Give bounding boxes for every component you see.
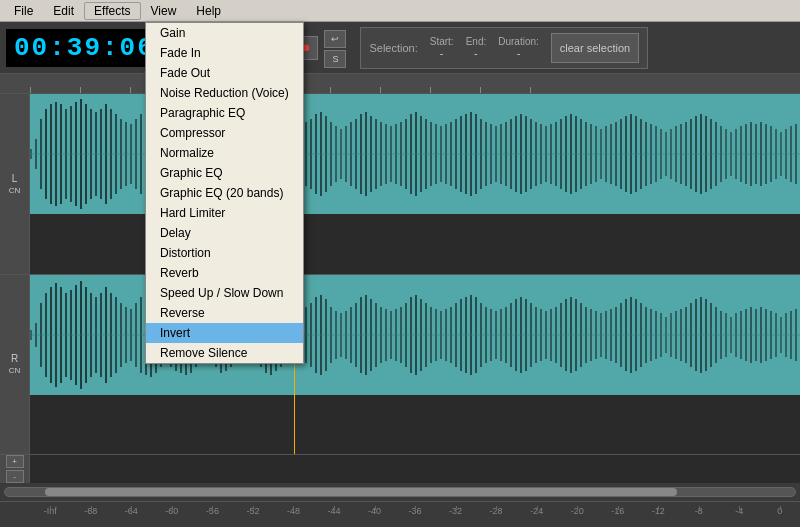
db-ruler: -Inf-68-64-60-56-52-48-44-40-36-32-28-24… (0, 501, 800, 519)
menu-edit[interactable]: Edit (43, 2, 84, 20)
db-tick: -32 (435, 506, 476, 516)
effects-menu-item-reverb[interactable]: Reverb (146, 263, 303, 283)
horizontal-scrollbar[interactable] (0, 483, 800, 501)
effects-menu-item-delay[interactable]: Delay (146, 223, 303, 243)
start-label: Start: (430, 36, 454, 47)
effects-menu-item-gain[interactable]: Gain (146, 23, 303, 43)
effects-menu-item-remove-silence[interactable]: Remove Silence (146, 343, 303, 363)
loop-button[interactable]: ↩ (324, 30, 346, 48)
timeline-ruler: 00:4000:4700:5401:0101:0801:1401:2101:28… (0, 74, 800, 94)
end-label: End: (466, 36, 487, 47)
track-left: L CN (0, 94, 800, 275)
effects-menu-item-fade-in[interactable]: Fade In (146, 43, 303, 63)
toolbar: 00:39:069 ⏮ ⏪ ⏹ ▶ ⏺ ↩ S Selection: Start… (0, 22, 800, 74)
scroll-thumb[interactable] (45, 488, 677, 496)
menu-file[interactable]: File (4, 2, 43, 20)
start-group: Start: - (430, 36, 454, 59)
db-tick: -12 (638, 506, 679, 516)
end-value: - (474, 47, 478, 59)
db-tick: -40 (354, 506, 395, 516)
clear-selection-button[interactable]: clear selection (551, 33, 639, 63)
effects-dropdown: GainFade InFade OutNoise Reduction (Voic… (145, 22, 304, 364)
db-tick: -68 (71, 506, 112, 516)
db-tick: -20 (557, 506, 598, 516)
zoom-in-track-button[interactable]: + (6, 455, 24, 468)
db-tick: -48 (273, 506, 314, 516)
bottom-controls-strip: + - (0, 455, 800, 483)
db-tick: -24 (516, 506, 557, 516)
effects-menu-item-normalize[interactable]: Normalize (146, 143, 303, 163)
db-tick: -8 (679, 506, 720, 516)
db-tick: -Inf (30, 506, 71, 516)
effects-menu-item-hard-limiter[interactable]: Hard Limiter (146, 203, 303, 223)
db-tick: -52 (233, 506, 274, 516)
scroll-track[interactable] (4, 487, 796, 497)
duration-value: - (517, 47, 521, 59)
track-label-right: R CN (0, 275, 30, 455)
scrub-button[interactable]: S (324, 50, 346, 68)
effects-menu-item-distortion[interactable]: Distortion (146, 243, 303, 263)
db-tick: -56 (192, 506, 233, 516)
db-tick: -4 (719, 506, 760, 516)
end-group: End: - (466, 36, 487, 59)
db-tick: 0 (760, 506, 800, 516)
effects-menu-item-graphic-eq[interactable]: Graphic EQ (146, 163, 303, 183)
menu-help[interactable]: Help (186, 2, 231, 20)
db-tick: -36 (395, 506, 436, 516)
db-tick: -16 (597, 506, 638, 516)
menu-view[interactable]: View (141, 2, 187, 20)
db-tick: -60 (152, 506, 193, 516)
duration-label: Duration: (498, 36, 539, 47)
track-label-left: L CN (0, 94, 30, 274)
menu-bar: File Edit Effects View Help (0, 0, 800, 22)
effects-menu-item-noise-reduction[interactable]: Noise Reduction (Voice) (146, 83, 303, 103)
selection-info: Selection: Start: - End: - Duration: - c… (360, 27, 648, 69)
db-tick: -64 (111, 506, 152, 516)
start-value: - (440, 47, 444, 59)
effects-menu-item-reverse[interactable]: Reverse (146, 303, 303, 323)
effects-menu-item-graphic-eq-20[interactable]: Graphic EQ (20 bands) (146, 183, 303, 203)
db-tick: -28 (476, 506, 517, 516)
effects-menu-item-paragraphic-eq[interactable]: Paragraphic EQ (146, 103, 303, 123)
menu-effects[interactable]: Effects (84, 2, 140, 20)
duration-group: Duration: - (498, 36, 539, 59)
effects-menu-item-speed-up-slow-down[interactable]: Speed Up / Slow Down (146, 283, 303, 303)
zoom-out-track-button[interactable]: - (6, 470, 24, 483)
effects-menu-item-fade-out[interactable]: Fade Out (146, 63, 303, 83)
track-area: 00:4000:4700:5401:0101:0801:1401:2101:28… (0, 74, 800, 483)
tracks-container: L CN (0, 94, 800, 483)
effects-menu-item-invert[interactable]: Invert (146, 323, 303, 343)
db-tick: -44 (314, 506, 355, 516)
effects-menu-item-compressor[interactable]: Compressor (146, 123, 303, 143)
selection-label: Selection: (369, 42, 417, 54)
track-right: R CN (0, 275, 800, 456)
